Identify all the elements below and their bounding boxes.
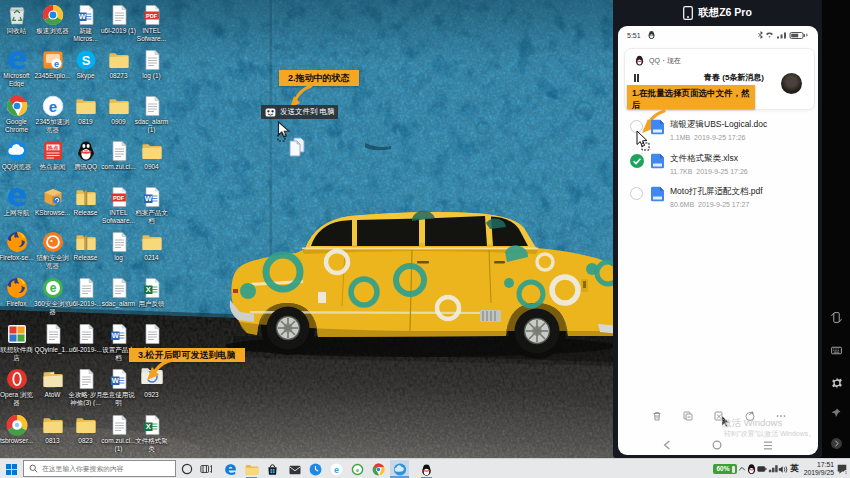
svg-text:热点: 热点 bbox=[46, 145, 58, 152]
svg-text:e: e bbox=[53, 59, 58, 69]
svg-text:e: e bbox=[49, 281, 56, 295]
svg-text:W: W bbox=[144, 194, 152, 203]
svg-text:W: W bbox=[111, 376, 119, 385]
svg-text:PDF: PDF bbox=[146, 13, 158, 19]
svg-text:PDF: PDF bbox=[113, 195, 125, 201]
svg-text:X: X bbox=[145, 285, 150, 294]
svg-text:e: e bbox=[48, 98, 56, 115]
svg-text:S: S bbox=[81, 53, 90, 68]
svg-text:W: W bbox=[111, 331, 119, 340]
svg-text:e: e bbox=[356, 467, 359, 473]
svg-text:W: W bbox=[78, 12, 86, 21]
svg-text:e: e bbox=[334, 465, 339, 475]
svg-text:X: X bbox=[145, 422, 150, 431]
